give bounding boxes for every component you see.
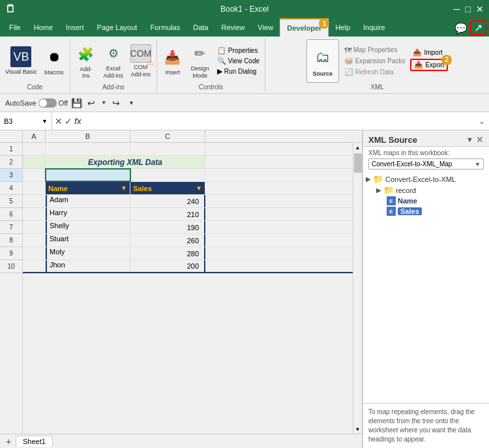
- scroll-up-btn[interactable]: ▲: [353, 143, 363, 152]
- view-code-button[interactable]: 🔍 View Code: [215, 56, 262, 66]
- cell-b5[interactable]: Adam: [46, 195, 130, 207]
- undo-dropdown[interactable]: ▼: [100, 97, 108, 110]
- minimize-icon[interactable]: ─: [454, 4, 460, 14]
- row-header-5[interactable]: 5: [0, 195, 22, 208]
- expand-formula-bar[interactable]: ⌄: [475, 117, 489, 126]
- autosave-toggle[interactable]: [38, 98, 57, 108]
- export-button[interactable]: 📥 Export 2: [410, 59, 448, 71]
- cell-b6[interactable]: Harry: [46, 208, 130, 220]
- sheet1-tab[interactable]: Sheet1: [16, 436, 53, 447]
- filter-icon-sales[interactable]: ▼: [196, 185, 202, 192]
- tab-home[interactable]: Home: [27, 18, 59, 37]
- cell-b4-header[interactable]: Name ▼: [46, 182, 130, 194]
- cell-b1[interactable]: [46, 143, 130, 155]
- visual-basic-button[interactable]: VB Visual Basic: [3, 45, 40, 77]
- vertical-scrollbar[interactable]: ▲ ▼: [353, 143, 362, 434]
- cell-c6[interactable]: 210: [130, 208, 205, 220]
- cancel-formula-icon[interactable]: ✕: [55, 116, 63, 127]
- tab-developer[interactable]: Developer 1: [280, 18, 329, 37]
- cell-c1[interactable]: [130, 143, 205, 155]
- cell-b2[interactable]: Exporting XML Data: [46, 156, 205, 168]
- save-button[interactable]: 💾: [70, 97, 83, 110]
- row-header-9[interactable]: 9: [0, 247, 22, 260]
- xml-map-dropdown[interactable]: Convert-Excel-to-XML_Map ▼: [368, 158, 484, 170]
- redo-button[interactable]: ↪: [110, 97, 123, 110]
- feedback-icon[interactable]: 💬: [452, 22, 470, 35]
- add-sheet-btn[interactable]: +: [3, 436, 14, 447]
- cell-c10[interactable]: 200: [130, 260, 205, 272]
- maximize-icon[interactable]: □: [466, 4, 471, 14]
- xml-tree-name[interactable]: E Name: [387, 196, 486, 206]
- xml-tree-root[interactable]: ▶ 📁 Convert-Excel-to-XML: [366, 173, 486, 185]
- filter-icon-name[interactable]: ▼: [121, 185, 127, 192]
- run-dialog-button[interactable]: ▶ Run Dialog: [215, 67, 262, 76]
- excel-add-ins-button[interactable]: ⚙ ExcelAdd-ins: [100, 42, 126, 81]
- tab-page-layout[interactable]: Page Layout: [91, 18, 144, 37]
- cell-a8[interactable]: [23, 234, 46, 246]
- row-header-4[interactable]: 4: [0, 182, 22, 195]
- map-properties-button[interactable]: 🗺 Map Properties: [342, 46, 408, 55]
- cell-c3[interactable]: [130, 169, 205, 181]
- cell-a7[interactable]: [23, 221, 46, 233]
- cell-b7[interactable]: Shelly: [46, 221, 130, 233]
- row-header-2[interactable]: 2: [0, 156, 22, 169]
- col-header-b[interactable]: B: [46, 130, 130, 142]
- row-header-7[interactable]: 7: [0, 221, 22, 234]
- refresh-data-button[interactable]: 🔄 Refresh Data: [342, 67, 408, 77]
- cell-a4[interactable]: [23, 182, 46, 194]
- row-header-1[interactable]: 1: [0, 143, 22, 156]
- cell-c4-header[interactable]: Sales ▼: [130, 182, 205, 194]
- source-button[interactable]: 🗂 Source: [306, 39, 339, 83]
- cell-b3[interactable]: [46, 169, 130, 181]
- share-icon[interactable]: ↗: [470, 20, 486, 35]
- tab-help[interactable]: Help: [329, 18, 357, 37]
- cell-b9[interactable]: Moly: [46, 247, 130, 260]
- tab-inquire[interactable]: Inquire: [357, 18, 392, 37]
- tab-view[interactable]: View: [252, 18, 280, 37]
- undo-button[interactable]: ↩: [85, 97, 98, 110]
- row-header-10[interactable]: 10: [0, 260, 22, 273]
- customize-qat[interactable]: ▾: [125, 97, 138, 110]
- cell-reference[interactable]: B3 ▼: [0, 112, 52, 130]
- row-header-8[interactable]: 8: [0, 234, 22, 247]
- scroll-thumb[interactable]: [354, 153, 362, 173]
- xml-panel-close-btn[interactable]: ✕: [476, 134, 484, 145]
- cell-b10[interactable]: Jhon: [46, 260, 130, 272]
- cell-c7[interactable]: 190: [130, 221, 205, 233]
- add-ins-button[interactable]: 🧩 Add-ins: [73, 42, 99, 80]
- cell-c5[interactable]: 240: [130, 195, 205, 207]
- row-header-6[interactable]: 6: [0, 208, 22, 221]
- xml-panel-dropdown-icon[interactable]: ▼: [466, 136, 473, 143]
- cell-a5[interactable]: [23, 195, 46, 207]
- cell-b8[interactable]: Stuart: [46, 234, 130, 246]
- cell-a2[interactable]: [23, 156, 46, 168]
- xml-tree-record[interactable]: ▶ 📁 record: [376, 185, 486, 196]
- tab-formulas[interactable]: Formulas: [143, 18, 186, 37]
- formula-input[interactable]: [84, 117, 475, 125]
- cell-a9[interactable]: [23, 247, 46, 260]
- accept-formula-icon[interactable]: ✓: [65, 116, 72, 127]
- com-add-ins-button[interactable]: COM ⚠ COMAdd-ins: [128, 43, 154, 80]
- tab-data[interactable]: Data: [186, 18, 215, 37]
- macros-button[interactable]: ⏺ Macros: [41, 46, 67, 77]
- xml-tree-sales[interactable]: E Sales: [387, 206, 486, 217]
- insert-controls-button[interactable]: 📥 Insert: [160, 46, 186, 77]
- tab-file[interactable]: File: [3, 18, 27, 37]
- cell-c9[interactable]: 280: [130, 247, 205, 260]
- col-header-a[interactable]: A: [23, 130, 46, 142]
- scroll-down-btn[interactable]: ▼: [353, 425, 363, 434]
- tab-review[interactable]: Review: [215, 18, 251, 37]
- design-mode-button[interactable]: ✏ DesignMode: [187, 42, 213, 81]
- insert-function-icon[interactable]: fx: [74, 117, 82, 126]
- properties-button[interactable]: 📋 Properties: [215, 46, 262, 55]
- cell-a6[interactable]: [23, 208, 46, 220]
- close-icon[interactable]: ✕: [476, 4, 484, 14]
- cell-a1[interactable]: [23, 143, 46, 155]
- cell-a10[interactable]: [23, 260, 46, 272]
- expansion-packs-button[interactable]: 📦 Expansion Packs: [342, 56, 408, 66]
- tab-insert[interactable]: Insert: [59, 18, 91, 37]
- cell-a3[interactable]: [23, 169, 46, 181]
- cell-c8[interactable]: 260: [130, 234, 205, 246]
- row-header-3[interactable]: 3: [0, 169, 22, 182]
- col-header-c[interactable]: C: [130, 130, 205, 142]
